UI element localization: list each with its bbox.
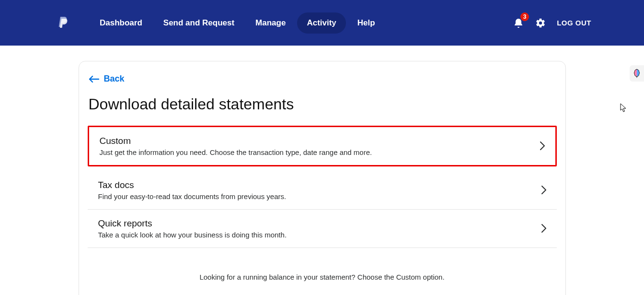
option-quick-reports[interactable]: Quick reports Take a quick look at how y… xyxy=(88,210,557,248)
page-title: Download detailed statements xyxy=(89,95,557,113)
notification-badge: 3 xyxy=(520,12,529,21)
option-desc: Just get the information you need. Choos… xyxy=(100,148,372,156)
option-title: Custom xyxy=(100,136,372,146)
notifications-button[interactable]: 3 xyxy=(513,17,524,29)
settings-button[interactable] xyxy=(535,17,546,29)
nav-help[interactable]: Help xyxy=(348,12,385,34)
statements-card: Back Download detailed statements Custom… xyxy=(79,61,566,295)
option-title: Tax docs xyxy=(98,180,287,190)
extension-widget[interactable] xyxy=(630,65,644,82)
nav-manage[interactable]: Manage xyxy=(246,12,295,34)
hint-text: Looking for a running balance in your st… xyxy=(88,273,557,281)
chevron-right-icon xyxy=(540,142,545,150)
logout-button[interactable]: LOG OUT xyxy=(557,19,591,27)
nav-dashboard[interactable]: Dashboard xyxy=(90,12,152,34)
option-text: Custom Just get the information you need… xyxy=(100,136,372,156)
option-title: Quick reports xyxy=(98,218,287,229)
chevron-right-icon xyxy=(541,224,546,233)
option-text: Quick reports Take a quick look at how y… xyxy=(98,218,287,239)
back-label: Back xyxy=(104,74,125,84)
primary-nav: Dashboard Send and Request Manage Activi… xyxy=(90,12,513,34)
arrow-left-icon xyxy=(89,75,99,83)
option-text: Tax docs Find your easy-to-read tax docu… xyxy=(98,180,287,201)
brain-icon xyxy=(632,68,642,79)
nav-activity[interactable]: Activity xyxy=(297,12,345,34)
option-custom[interactable]: Custom Just get the information you need… xyxy=(88,126,557,166)
chevron-right-icon xyxy=(541,186,546,194)
paypal-logo[interactable] xyxy=(58,15,71,31)
nav-send-and-request[interactable]: Send and Request xyxy=(154,12,244,34)
option-desc: Take a quick look at how your business i… xyxy=(98,231,287,239)
cursor-icon xyxy=(620,103,627,115)
gear-icon xyxy=(535,18,546,28)
option-desc: Find your easy-to-read tax documents fro… xyxy=(98,192,287,201)
back-button[interactable]: Back xyxy=(89,74,125,84)
header-actions: 3 LOG OUT xyxy=(513,17,591,29)
option-tax-docs[interactable]: Tax docs Find your easy-to-read tax docu… xyxy=(88,171,557,210)
global-header: Dashboard Send and Request Manage Activi… xyxy=(0,0,644,46)
